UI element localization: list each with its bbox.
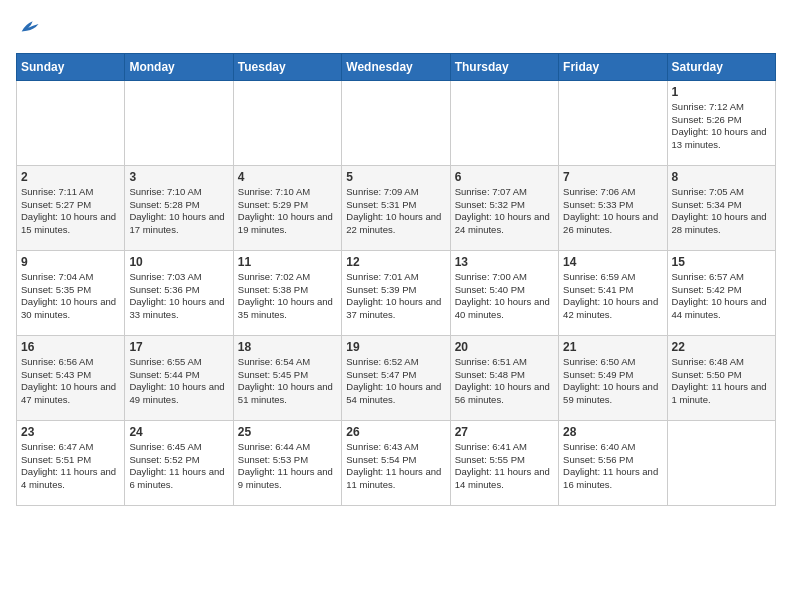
calendar-cell: 4Sunrise: 7:10 AM Sunset: 5:29 PM Daylig…	[233, 165, 341, 250]
day-number: 27	[455, 425, 554, 439]
day-info: Sunrise: 6:48 AM Sunset: 5:50 PM Dayligh…	[672, 356, 771, 407]
day-number: 20	[455, 340, 554, 354]
day-number: 5	[346, 170, 445, 184]
calendar-cell	[559, 80, 667, 165]
day-number: 15	[672, 255, 771, 269]
calendar-cell	[17, 80, 125, 165]
day-number: 2	[21, 170, 120, 184]
calendar-cell: 15Sunrise: 6:57 AM Sunset: 5:42 PM Dayli…	[667, 250, 775, 335]
day-number: 17	[129, 340, 228, 354]
day-number: 19	[346, 340, 445, 354]
weekday-header-saturday: Saturday	[667, 53, 775, 80]
day-number: 13	[455, 255, 554, 269]
day-info: Sunrise: 6:44 AM Sunset: 5:53 PM Dayligh…	[238, 441, 337, 492]
calendar-cell	[342, 80, 450, 165]
weekday-header-row: SundayMondayTuesdayWednesdayThursdayFrid…	[17, 53, 776, 80]
calendar-cell: 7Sunrise: 7:06 AM Sunset: 5:33 PM Daylig…	[559, 165, 667, 250]
day-info: Sunrise: 7:07 AM Sunset: 5:32 PM Dayligh…	[455, 186, 554, 237]
calendar-cell	[450, 80, 558, 165]
day-number: 3	[129, 170, 228, 184]
day-info: Sunrise: 7:06 AM Sunset: 5:33 PM Dayligh…	[563, 186, 662, 237]
day-info: Sunrise: 7:03 AM Sunset: 5:36 PM Dayligh…	[129, 271, 228, 322]
weekday-header-tuesday: Tuesday	[233, 53, 341, 80]
calendar-table: SundayMondayTuesdayWednesdayThursdayFrid…	[16, 53, 776, 506]
day-info: Sunrise: 6:47 AM Sunset: 5:51 PM Dayligh…	[21, 441, 120, 492]
day-number: 7	[563, 170, 662, 184]
day-number: 9	[21, 255, 120, 269]
day-number: 24	[129, 425, 228, 439]
calendar-cell: 21Sunrise: 6:50 AM Sunset: 5:49 PM Dayli…	[559, 335, 667, 420]
weekday-header-wednesday: Wednesday	[342, 53, 450, 80]
day-info: Sunrise: 7:01 AM Sunset: 5:39 PM Dayligh…	[346, 271, 445, 322]
weekday-header-friday: Friday	[559, 53, 667, 80]
weekday-header-thursday: Thursday	[450, 53, 558, 80]
calendar-cell: 27Sunrise: 6:41 AM Sunset: 5:55 PM Dayli…	[450, 420, 558, 505]
day-number: 1	[672, 85, 771, 99]
day-number: 16	[21, 340, 120, 354]
calendar-cell: 16Sunrise: 6:56 AM Sunset: 5:43 PM Dayli…	[17, 335, 125, 420]
calendar-cell: 8Sunrise: 7:05 AM Sunset: 5:34 PM Daylig…	[667, 165, 775, 250]
day-info: Sunrise: 6:45 AM Sunset: 5:52 PM Dayligh…	[129, 441, 228, 492]
day-number: 8	[672, 170, 771, 184]
calendar-cell: 13Sunrise: 7:00 AM Sunset: 5:40 PM Dayli…	[450, 250, 558, 335]
calendar-cell: 2Sunrise: 7:11 AM Sunset: 5:27 PM Daylig…	[17, 165, 125, 250]
calendar-cell: 11Sunrise: 7:02 AM Sunset: 5:38 PM Dayli…	[233, 250, 341, 335]
day-info: Sunrise: 6:41 AM Sunset: 5:55 PM Dayligh…	[455, 441, 554, 492]
calendar-cell: 22Sunrise: 6:48 AM Sunset: 5:50 PM Dayli…	[667, 335, 775, 420]
logo-bird-icon	[18, 16, 40, 38]
calendar-cell: 5Sunrise: 7:09 AM Sunset: 5:31 PM Daylig…	[342, 165, 450, 250]
calendar-cell: 3Sunrise: 7:10 AM Sunset: 5:28 PM Daylig…	[125, 165, 233, 250]
day-info: Sunrise: 7:05 AM Sunset: 5:34 PM Dayligh…	[672, 186, 771, 237]
day-number: 14	[563, 255, 662, 269]
calendar-cell: 24Sunrise: 6:45 AM Sunset: 5:52 PM Dayli…	[125, 420, 233, 505]
day-info: Sunrise: 7:00 AM Sunset: 5:40 PM Dayligh…	[455, 271, 554, 322]
day-number: 26	[346, 425, 445, 439]
calendar-cell: 1Sunrise: 7:12 AM Sunset: 5:26 PM Daylig…	[667, 80, 775, 165]
day-info: Sunrise: 6:52 AM Sunset: 5:47 PM Dayligh…	[346, 356, 445, 407]
day-number: 18	[238, 340, 337, 354]
calendar-cell	[667, 420, 775, 505]
calendar-cell	[125, 80, 233, 165]
calendar-cell: 10Sunrise: 7:03 AM Sunset: 5:36 PM Dayli…	[125, 250, 233, 335]
day-info: Sunrise: 6:40 AM Sunset: 5:56 PM Dayligh…	[563, 441, 662, 492]
day-info: Sunrise: 7:09 AM Sunset: 5:31 PM Dayligh…	[346, 186, 445, 237]
day-number: 4	[238, 170, 337, 184]
calendar-cell: 20Sunrise: 6:51 AM Sunset: 5:48 PM Dayli…	[450, 335, 558, 420]
day-info: Sunrise: 6:54 AM Sunset: 5:45 PM Dayligh…	[238, 356, 337, 407]
calendar-cell: 14Sunrise: 6:59 AM Sunset: 5:41 PM Dayli…	[559, 250, 667, 335]
calendar-cell: 25Sunrise: 6:44 AM Sunset: 5:53 PM Dayli…	[233, 420, 341, 505]
calendar-week-row: 1Sunrise: 7:12 AM Sunset: 5:26 PM Daylig…	[17, 80, 776, 165]
calendar-cell: 23Sunrise: 6:47 AM Sunset: 5:51 PM Dayli…	[17, 420, 125, 505]
logo	[16, 16, 40, 43]
calendar-cell: 12Sunrise: 7:01 AM Sunset: 5:39 PM Dayli…	[342, 250, 450, 335]
day-number: 28	[563, 425, 662, 439]
day-number: 22	[672, 340, 771, 354]
calendar-cell: 6Sunrise: 7:07 AM Sunset: 5:32 PM Daylig…	[450, 165, 558, 250]
calendar-week-row: 16Sunrise: 6:56 AM Sunset: 5:43 PM Dayli…	[17, 335, 776, 420]
day-number: 21	[563, 340, 662, 354]
calendar-cell: 26Sunrise: 6:43 AM Sunset: 5:54 PM Dayli…	[342, 420, 450, 505]
day-number: 11	[238, 255, 337, 269]
weekday-header-sunday: Sunday	[17, 53, 125, 80]
day-info: Sunrise: 7:12 AM Sunset: 5:26 PM Dayligh…	[672, 101, 771, 152]
calendar-week-row: 2Sunrise: 7:11 AM Sunset: 5:27 PM Daylig…	[17, 165, 776, 250]
weekday-header-monday: Monday	[125, 53, 233, 80]
day-info: Sunrise: 6:43 AM Sunset: 5:54 PM Dayligh…	[346, 441, 445, 492]
calendar-cell: 19Sunrise: 6:52 AM Sunset: 5:47 PM Dayli…	[342, 335, 450, 420]
day-number: 12	[346, 255, 445, 269]
page-header	[16, 16, 776, 43]
day-info: Sunrise: 7:10 AM Sunset: 5:28 PM Dayligh…	[129, 186, 228, 237]
day-info: Sunrise: 6:55 AM Sunset: 5:44 PM Dayligh…	[129, 356, 228, 407]
day-info: Sunrise: 7:11 AM Sunset: 5:27 PM Dayligh…	[21, 186, 120, 237]
day-info: Sunrise: 6:51 AM Sunset: 5:48 PM Dayligh…	[455, 356, 554, 407]
day-number: 10	[129, 255, 228, 269]
calendar-cell: 9Sunrise: 7:04 AM Sunset: 5:35 PM Daylig…	[17, 250, 125, 335]
calendar-cell	[233, 80, 341, 165]
calendar-week-row: 23Sunrise: 6:47 AM Sunset: 5:51 PM Dayli…	[17, 420, 776, 505]
day-number: 6	[455, 170, 554, 184]
day-info: Sunrise: 7:02 AM Sunset: 5:38 PM Dayligh…	[238, 271, 337, 322]
calendar-cell: 18Sunrise: 6:54 AM Sunset: 5:45 PM Dayli…	[233, 335, 341, 420]
day-number: 23	[21, 425, 120, 439]
day-info: Sunrise: 6:56 AM Sunset: 5:43 PM Dayligh…	[21, 356, 120, 407]
day-info: Sunrise: 7:04 AM Sunset: 5:35 PM Dayligh…	[21, 271, 120, 322]
